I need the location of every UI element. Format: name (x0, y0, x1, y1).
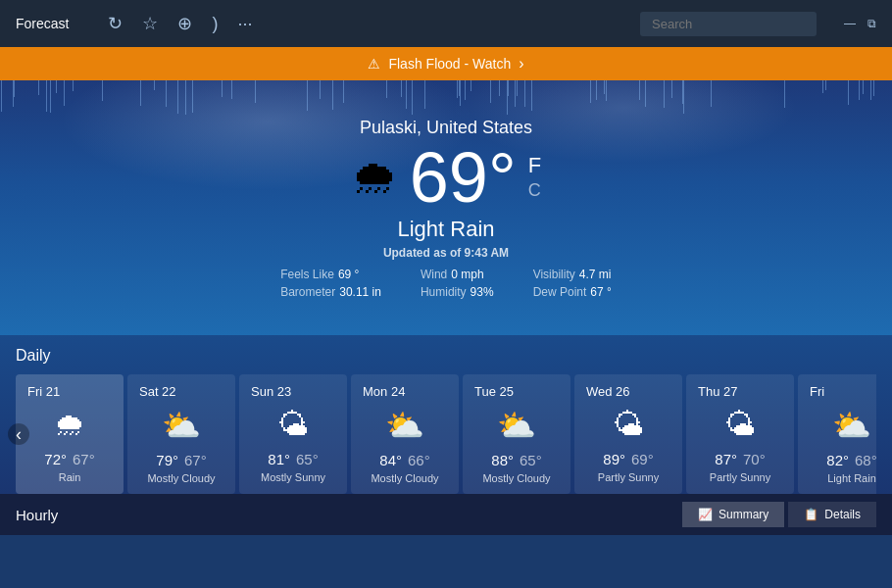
day-hi-6: 87° (715, 451, 737, 467)
day-hi-1: 79° (156, 452, 178, 468)
pin-icon[interactable]: ⊕ (177, 13, 192, 34)
day-desc-0: Rain (59, 471, 81, 483)
condition-label: Light Rain (397, 217, 494, 242)
day-icon-4: ⛅ (497, 407, 536, 444)
main-weather: Pulaski, United States 🌧 69° F C Light R… (0, 80, 892, 335)
day-card-5[interactable]: Wed 26 🌤 89° 69° Partly Sunny (574, 374, 682, 494)
day-name-2: Sun 23 (251, 384, 291, 399)
day-desc-5: Partly Sunny (598, 471, 659, 483)
day-card-6[interactable]: Thu 27 🌤 87° 70° Partly Sunny (686, 374, 794, 494)
day-name-4: Tue 25 (474, 384, 514, 399)
day-desc-4: Mostly Cloudy (482, 472, 550, 484)
details-button[interactable]: 📋 Details (788, 502, 876, 527)
day-desc-3: Mostly Cloudy (371, 472, 438, 484)
day-hi-3: 84° (379, 452, 402, 468)
day-lo-0: 67° (73, 451, 95, 467)
day-icon-1: ⛅ (162, 407, 201, 444)
search-input[interactable] (640, 12, 817, 36)
feels-like-value: 69 ° (338, 268, 359, 281)
day-lo-5: 69° (631, 451, 654, 467)
detail-col-mid: Wind 0 mph Humidity 93% (401, 268, 514, 299)
day-temps-3: 84° 66° (379, 452, 429, 468)
dew-point-value: 67 ° (590, 285, 611, 299)
day-temps-0: 72° 67° (44, 451, 94, 467)
day-name-0: Fri 21 (27, 384, 60, 399)
temperature-value: 69° (410, 142, 517, 213)
barometer-label: Barometer (280, 285, 335, 299)
detail-col-right: Visibility 4.7 mi Dew Point 67 ° (514, 268, 631, 299)
day-icon-5: 🌤 (613, 407, 644, 443)
day-desc-6: Partly Sunny (710, 471, 770, 483)
visibility-label: Visibility (533, 268, 575, 281)
day-name-5: Wed 26 (586, 384, 630, 399)
day-temps-7: 82° 68° (826, 452, 876, 468)
summary-button[interactable]: 📈 Summary (682, 502, 784, 527)
alert-chevron[interactable]: › (519, 55, 523, 73)
unit-celsius[interactable]: C (528, 180, 541, 201)
day-lo-6: 70° (743, 451, 766, 467)
barometer-value: 30.11 in (339, 285, 381, 299)
temperature-row: 🌧 69° F C (351, 142, 541, 213)
feels-like-label: Feels Like (280, 268, 334, 281)
summary-icon: 📈 (698, 508, 713, 521)
day-desc-1: Mostly Cloudy (147, 472, 215, 484)
day-name-3: Mon 24 (363, 384, 405, 399)
details-icon: 📋 (804, 508, 818, 521)
day-lo-1: 67° (184, 452, 207, 468)
bottom-bar: Hourly 📈 Summary 📋 Details (0, 494, 892, 535)
daily-cards: Fri 21 🌧 72° 67° Rain Sat 22 ⛅ 79° 67° M… (16, 374, 876, 494)
daily-prev-arrow[interactable]: ‹ (8, 423, 29, 445)
minimize-icon[interactable]: — (844, 17, 856, 30)
dew-point-label: Dew Point (533, 285, 587, 299)
day-icon-0: 🌧 (54, 407, 85, 443)
visibility-value: 4.7 mi (579, 268, 612, 281)
day-icon-7: ⛅ (832, 407, 871, 444)
day-card-3[interactable]: Mon 24 ⛅ 84° 66° Mostly Cloudy (351, 374, 459, 494)
day-lo-7: 68° (855, 452, 876, 468)
daily-title: Daily (16, 347, 876, 365)
location-name: Pulaski, United States (360, 118, 532, 138)
app-title: Forecast (16, 16, 69, 31)
day-lo-3: 66° (408, 452, 430, 468)
refresh-icon[interactable]: ↻ (108, 13, 123, 34)
day-card-0[interactable]: Fri 21 🌧 72° 67° Rain (16, 374, 124, 494)
day-hi-2: 81° (268, 451, 290, 467)
weather-details: Feels Like 69 ° Barometer 30.11 in Wind … (261, 268, 631, 299)
day-card-1[interactable]: Sat 22 ⛅ 79° 67° Mostly Cloudy (127, 374, 235, 494)
day-temps-2: 81° 65° (268, 451, 318, 467)
alert-icon: ⚠ (368, 56, 380, 72)
more-icon[interactable]: ··· (237, 14, 252, 34)
day-temps-6: 87° 70° (715, 451, 765, 467)
restore-icon[interactable]: ⧉ (867, 17, 876, 30)
unit-fahrenheit[interactable]: F (528, 153, 541, 178)
weather-icon-main: 🌧 (351, 150, 398, 204)
temperature-units: F C (528, 153, 541, 201)
day-desc-2: Mostly Sunny (261, 471, 325, 483)
day-card-2[interactable]: Sun 23 🌤 81° 65° Mostly Sunny (239, 374, 347, 494)
favorite-icon[interactable]: ☆ (142, 13, 158, 34)
day-card-4[interactable]: Tue 25 ⛅ 88° 65° Mostly Cloudy (463, 374, 570, 494)
hourly-label: Hourly (16, 507, 58, 523)
humidity-value: 93% (471, 285, 494, 299)
day-temps-5: 89° 69° (603, 451, 653, 467)
day-hi-7: 82° (826, 452, 849, 468)
day-icon-3: ⛅ (385, 407, 424, 444)
humidity-label: Humidity (421, 285, 467, 299)
day-temps-1: 79° 67° (156, 452, 206, 468)
day-hi-4: 88° (491, 452, 514, 468)
bottom-buttons: 📈 Summary 📋 Details (682, 502, 876, 527)
day-card-7[interactable]: Fri ⛅ 82° 68° Light Rain (798, 374, 876, 494)
day-hi-5: 89° (603, 451, 625, 467)
day-hi-0: 72° (44, 451, 67, 467)
moon-icon[interactable]: ) (212, 14, 218, 34)
day-name-1: Sat 22 (139, 384, 176, 399)
title-bar: Forecast ↻ ☆ ⊕ ) ··· — ⧉ (0, 0, 892, 47)
alert-text: Flash Flood - Watch (388, 56, 511, 72)
wind-label: Wind (421, 268, 447, 281)
day-name-7: Fri (810, 384, 824, 399)
alert-bar[interactable]: ⚠ Flash Flood - Watch › (0, 47, 892, 80)
day-icon-6: 🌤 (724, 407, 756, 443)
day-desc-7: Light Rain (827, 472, 876, 484)
wind-value: 0 mph (451, 268, 483, 281)
day-icon-2: 🌤 (277, 407, 309, 443)
